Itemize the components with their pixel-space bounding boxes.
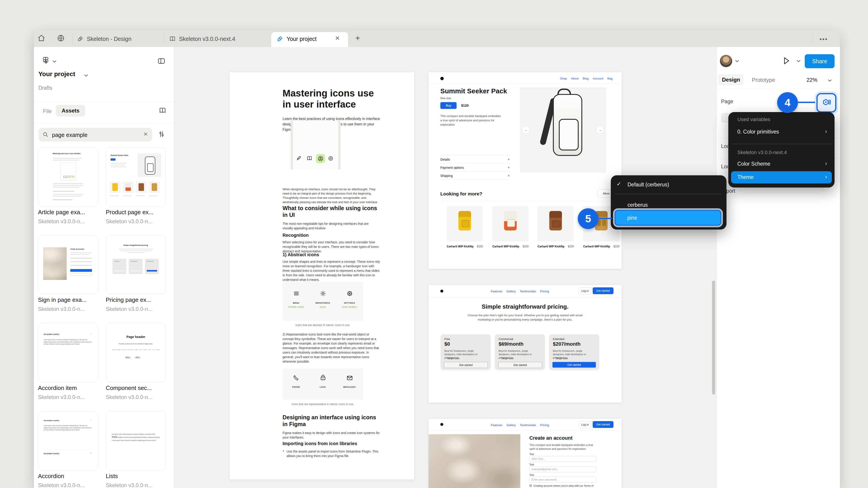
close-tab-icon[interactable]: ✕ — [335, 35, 340, 42]
frame-signup-page[interactable]: Features Gallery Testimonials Pricing Lo… — [429, 419, 622, 488]
plan-card-free[interactable]: Free $0 Best for freelancers, single des… — [441, 334, 491, 369]
thumb-mini-product — [123, 182, 133, 193]
article-p-designing: Figma makes it easy to design with icons… — [283, 431, 381, 440]
collapse-panel-icon[interactable] — [157, 57, 165, 65]
menu-item-color-primitives[interactable]: 0. Color primitives — [737, 129, 779, 135]
nav-link[interactable]: Pricing — [540, 290, 549, 293]
thumb-article-title: Mastering icons use in user interface — [53, 153, 84, 155]
accordion-shipping[interactable]: Shipping — [440, 174, 453, 177]
zoom-level[interactable]: 22% — [807, 77, 817, 83]
login-button[interactable]: Log in — [579, 287, 591, 295]
plan-card-extended[interactable]: Extended $207/month Best for freelancers… — [549, 334, 599, 369]
asset-card-accordion[interactable]: Accordion control − Lorem ipsum dolor, s… — [38, 411, 98, 470]
check-icon: ✓ — [617, 181, 621, 187]
nav-link[interactable]: Features — [491, 290, 502, 293]
filter-sliders-icon[interactable] — [158, 131, 165, 138]
avatar[interactable] — [720, 55, 733, 67]
nav-link[interactable]: Pricing — [540, 423, 549, 427]
asset-card-component[interactable]: Page header Provides a robust set of non… — [106, 323, 166, 382]
chevron-down-icon[interactable] — [735, 60, 739, 62]
asset-title[interactable]: Article page exa... — [38, 209, 85, 216]
thumb-plan-card — [112, 259, 126, 274]
add-tab-icon[interactable]: + — [355, 33, 360, 43]
thumb-pageheader-tags: STEP NUMBER · STATUS INDICATOR · LABEL ·… — [109, 349, 163, 350]
get-started-button[interactable]: Get started — [593, 287, 614, 294]
menu-item-color-scheme[interactable]: Color Scheme — [737, 161, 770, 167]
asset-title[interactable]: Product page ex... — [106, 209, 153, 216]
plan-cta-button[interactable]: Get started — [444, 362, 488, 368]
nav-link[interactable]: Bag — [608, 77, 613, 80]
section-page[interactable]: Page — [721, 98, 733, 105]
tab-library[interactable]: Skeleton v3.0.0-next.4 — [169, 34, 235, 44]
carousel-next-button[interactable]: → — [597, 127, 603, 133]
figma-logo-icon[interactable] — [41, 57, 50, 65]
nav-link[interactable]: About — [571, 77, 579, 80]
accordion-payment[interactable]: Payment options — [440, 166, 464, 169]
canvas-scrollbar[interactable] — [712, 281, 715, 394]
submenu-item-default[interactable]: Default (cerberus) — [627, 182, 669, 188]
email-field[interactable] — [529, 466, 596, 472]
asset-title[interactable]: Sign in page exa... — [38, 296, 87, 303]
buy-button[interactable]: Buy — [440, 102, 457, 109]
project-title[interactable]: Your project — [38, 70, 75, 78]
asset-title[interactable]: Lists — [106, 473, 118, 480]
search-input[interactable] — [52, 130, 134, 140]
signup-nav: Features Gallery Testimonials Pricing — [470, 422, 569, 427]
chevron-down-icon[interactable] — [53, 60, 57, 63]
name-field[interactable] — [529, 456, 596, 462]
play-icon[interactable] — [782, 57, 790, 65]
library-book-icon[interactable] — [159, 107, 166, 114]
get-started-button[interactable]: Get started — [593, 421, 614, 428]
related-product-card[interactable] — [537, 206, 574, 241]
thumb-plan-card — [129, 259, 143, 274]
submenu-item-pine-highlight[interactable]: pine — [613, 208, 723, 227]
asset-card-signin[interactable]: Create an account — [38, 235, 98, 294]
nav-link[interactable]: Blog — [583, 77, 589, 80]
nav-link[interactable]: Account — [593, 77, 603, 80]
asset-title[interactable]: Component sec... — [106, 385, 152, 392]
window-more-icon[interactable]: ••• — [819, 36, 828, 43]
plan-card-commercial[interactable]: Commercial $69/month Best for freelancer… — [495, 334, 545, 369]
terms-checkbox[interactable] — [529, 484, 532, 487]
globe-icon[interactable] — [57, 34, 65, 42]
login-button[interactable]: Log in — [579, 421, 591, 428]
plan-cta-button-primary[interactable]: Get started — [553, 362, 596, 367]
nav-link[interactable]: Features — [491, 423, 502, 427]
nav-link[interactable]: Testimonials — [520, 423, 536, 427]
share-button[interactable]: Share — [805, 54, 835, 68]
related-product-card[interactable] — [447, 206, 483, 241]
tab-prototype[interactable]: Prototype — [752, 77, 775, 83]
asset-library: Skeleton v3.0.0-n... — [106, 306, 153, 312]
home-icon[interactable] — [37, 34, 46, 42]
plan-cta-button[interactable]: Get started — [498, 362, 542, 368]
nav-link[interactable]: Testimonials — [520, 290, 536, 293]
asset-title[interactable]: Pricing page ex... — [106, 296, 151, 303]
article-icon-box-representative: PHONE LOCK MESSAGES — [283, 368, 363, 400]
asset-card-accordion-item[interactable]: Accordion control − Lorem ipsum dolor, s… — [38, 323, 98, 382]
nav-link[interactable]: Gallery — [506, 423, 516, 427]
tab-design-file[interactable]: Skeleton - Design — [77, 34, 131, 44]
menu-item-theme[interactable]: Theme › — [731, 171, 832, 184]
password-field[interactable] — [529, 477, 596, 483]
accordion-details[interactable]: Details — [440, 158, 450, 161]
chevron-down-icon[interactable] — [797, 60, 801, 62]
submenu-item-cerberus[interactable]: cerberus — [627, 202, 648, 208]
nav-link[interactable]: Shop — [560, 77, 567, 80]
asset-card-pricing[interactable]: Simple straightforward pricing. — [106, 235, 166, 294]
nav-link[interactable]: Gallery — [506, 290, 516, 293]
asset-card-product[interactable]: Summit Seeker Pack — [106, 147, 166, 206]
related-product-card[interactable] — [492, 206, 528, 241]
tab-assets[interactable]: Assets — [56, 105, 86, 117]
clear-search-icon[interactable]: ✕ — [143, 131, 148, 137]
asset-card-article[interactable]: Mastering icons use in user interface — [38, 147, 98, 206]
asset-card-lists[interactable]: Id maxime optio soluta placeat ea eaque … — [106, 411, 166, 470]
asset-title[interactable]: Accordion — [38, 473, 64, 480]
asset-title[interactable]: Accordion item — [38, 385, 77, 392]
chevron-down-icon[interactable] — [84, 74, 88, 77]
field-label: Text — [529, 453, 534, 455]
carousel-prev-button[interactable]: ← — [523, 127, 529, 133]
tab-design[interactable]: Design — [718, 74, 744, 86]
tab-file[interactable]: File — [43, 108, 52, 114]
chevron-down-icon[interactable] — [828, 79, 832, 82]
related-name: Carhartt WIP Kickflip — [583, 245, 610, 248]
